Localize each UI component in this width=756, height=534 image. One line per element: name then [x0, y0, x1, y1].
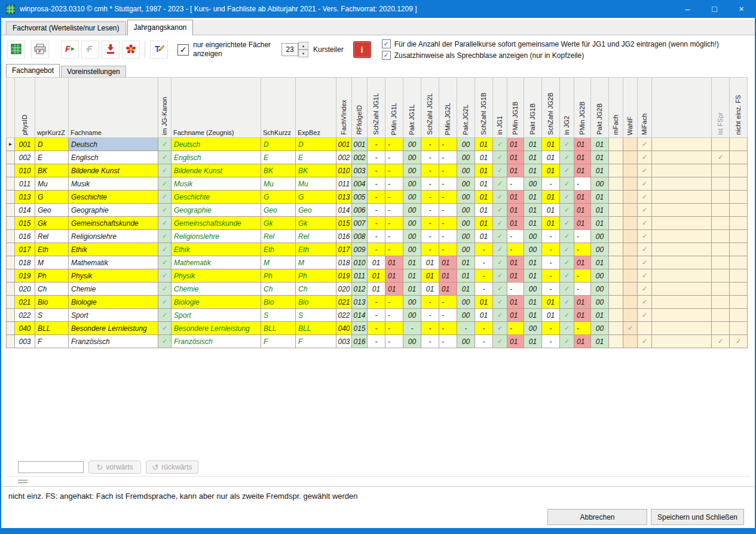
- imJGKanon-cell[interactable]: ✓: [158, 151, 172, 164]
- imJGKanon-cell[interactable]: ✓: [158, 335, 172, 348]
- sz2b-cell[interactable]: -: [542, 322, 560, 335]
- pmin2l-cell[interactable]: -: [439, 335, 457, 348]
- istFSpr-cell[interactable]: [712, 191, 730, 204]
- pmin2l-cell[interactable]: -: [439, 177, 457, 191]
- istFSpr-cell[interactable]: ✓: [712, 151, 730, 164]
- wprKurzZ-cell[interactable]: E: [35, 151, 69, 164]
- mifach-cell[interactable]: ✓: [638, 217, 652, 230]
- injg1-cell[interactable]: ✓: [493, 322, 507, 335]
- splitter-handle[interactable]: [18, 480, 27, 483]
- col-header-mifach[interactable]: MiFach: [638, 78, 652, 138]
- option1-checkbox[interactable]: ✓: [382, 39, 391, 48]
- injg2-cell[interactable]: ✓: [560, 204, 574, 217]
- fachnameZ-cell[interactable]: Geschichte: [172, 191, 261, 204]
- mfach-cell[interactable]: [609, 296, 623, 309]
- fachname-cell[interactable]: Gemeinschaftskunde: [69, 217, 158, 230]
- mfach-cell[interactable]: [609, 164, 623, 177]
- pmin2l-cell[interactable]: -: [439, 243, 457, 256]
- istFSpr-cell[interactable]: ✓: [712, 335, 730, 348]
- fachVIndex-cell[interactable]: 010: [336, 164, 352, 177]
- fachVIndex-cell[interactable]: 001: [336, 138, 352, 151]
- fachname-cell[interactable]: Physik: [69, 269, 158, 283]
- istFSpr-cell[interactable]: [712, 296, 730, 309]
- pakt1b-cell[interactable]: 00: [524, 243, 542, 256]
- imJGKanon-cell[interactable]: ✓: [158, 230, 172, 243]
- sz2l-cell[interactable]: 01: [421, 283, 439, 296]
- sz2l-cell[interactable]: -: [421, 296, 439, 309]
- wprKurzZ-cell[interactable]: Ch: [35, 283, 69, 296]
- sz2l-cell[interactable]: -: [421, 164, 439, 177]
- font-import-button[interactable]: F: [81, 41, 99, 59]
- istFSpr-cell[interactable]: [712, 256, 730, 269]
- mfach-cell[interactable]: [609, 283, 623, 296]
- sz2b-cell[interactable]: 01: [542, 217, 560, 230]
- font-export-button[interactable]: F: [61, 41, 79, 59]
- pakt2b-cell[interactable]: 01: [591, 335, 609, 348]
- schKurzz-cell[interactable]: S: [261, 309, 296, 322]
- maximize-button[interactable]: □: [701, 0, 728, 18]
- nichtEinzFS-cell[interactable]: [730, 164, 748, 177]
- pmin2b-cell[interactable]: 01: [574, 335, 591, 348]
- sz1l-cell[interactable]: -: [368, 151, 385, 164]
- pmin1b-cell[interactable]: 01: [507, 309, 524, 322]
- fachname-cell[interactable]: Besondere Lernleistung: [69, 322, 158, 335]
- mifach-cell[interactable]: ✓: [638, 269, 652, 283]
- pakt2b-cell[interactable]: 00: [591, 322, 609, 335]
- pakt2l-cell[interactable]: 00: [457, 177, 475, 191]
- pakt1b-cell[interactable]: 01: [524, 296, 542, 309]
- pakt2b-cell[interactable]: 01: [591, 138, 609, 151]
- ind-cell[interactable]: [7, 230, 15, 243]
- wprKurzZ-cell[interactable]: M: [35, 256, 69, 269]
- col-header-istFSpr[interactable]: ist FSpr: [712, 78, 730, 138]
- imJGKanon-cell[interactable]: ✓: [158, 191, 172, 204]
- wprKurzZ-cell[interactable]: Mu: [35, 177, 69, 191]
- schKurzz-cell[interactable]: E: [261, 151, 296, 164]
- filler-cell[interactable]: [652, 217, 712, 230]
- col-header-sz1b[interactable]: SchZahl JG1B: [475, 78, 493, 138]
- filler-cell[interactable]: [652, 269, 712, 283]
- injg1-cell[interactable]: ✓: [493, 269, 507, 283]
- pmin2l-cell[interactable]: -: [439, 217, 457, 230]
- pmin1b-cell[interactable]: -: [507, 283, 524, 296]
- col-header-filler[interactable]: [652, 78, 712, 138]
- injg1-cell[interactable]: ✓: [493, 230, 507, 243]
- pakt2l-cell[interactable]: 00: [457, 191, 475, 204]
- schKurzz-cell[interactable]: Gk: [261, 217, 296, 230]
- pakt2l-cell[interactable]: 00: [457, 243, 475, 256]
- rfFolgeID-cell[interactable]: 008: [352, 230, 368, 243]
- imJGKanon-cell[interactable]: ✓: [158, 309, 172, 322]
- table-grid-button[interactable]: [7, 41, 25, 59]
- injg2-cell[interactable]: ✓: [560, 296, 574, 309]
- injg1-cell[interactable]: ✓: [493, 138, 507, 151]
- pakt2l-cell[interactable]: 00: [457, 230, 475, 243]
- sz2l-cell[interactable]: 01: [421, 269, 439, 283]
- sz2l-cell[interactable]: -: [421, 191, 439, 204]
- expBez-cell[interactable]: Ph: [296, 269, 336, 283]
- wprKurzZ-cell[interactable]: Geo: [35, 204, 69, 217]
- istFSpr-cell[interactable]: [712, 177, 730, 191]
- expBez-cell[interactable]: Ch: [296, 283, 336, 296]
- pakt1l-cell[interactable]: 01: [403, 269, 421, 283]
- rfFolgeID-cell[interactable]: 006: [352, 204, 368, 217]
- schKurzz-cell[interactable]: Bio: [261, 296, 296, 309]
- ind-cell[interactable]: [7, 256, 15, 269]
- istFSpr-cell[interactable]: [712, 164, 730, 177]
- mfach-cell[interactable]: [609, 230, 623, 243]
- col-header-sz2b[interactable]: SchZahl JG2B: [542, 78, 560, 138]
- pakt2l-cell[interactable]: 00: [457, 151, 475, 164]
- pakt1l-cell[interactable]: 01: [403, 283, 421, 296]
- pmin1l-cell[interactable]: -: [385, 151, 403, 164]
- physID-cell[interactable]: 019: [15, 269, 35, 283]
- fachnameZ-cell[interactable]: Religionslehre: [172, 230, 261, 243]
- mifach-cell[interactable]: ✓: [638, 230, 652, 243]
- filler-cell[interactable]: [652, 322, 712, 335]
- pmin1b-cell[interactable]: 01: [507, 296, 524, 309]
- spin-up-button[interactable]: ▲: [298, 42, 308, 50]
- pmin1l-cell[interactable]: -: [385, 217, 403, 230]
- mifach-cell[interactable]: ✓: [638, 243, 652, 256]
- pmin1l-cell[interactable]: 01: [385, 283, 403, 296]
- filler-cell[interactable]: [652, 151, 712, 164]
- physID-cell[interactable]: 011: [15, 177, 35, 191]
- pmin2l-cell[interactable]: -: [439, 138, 457, 151]
- pmin2l-cell[interactable]: 01: [439, 256, 457, 269]
